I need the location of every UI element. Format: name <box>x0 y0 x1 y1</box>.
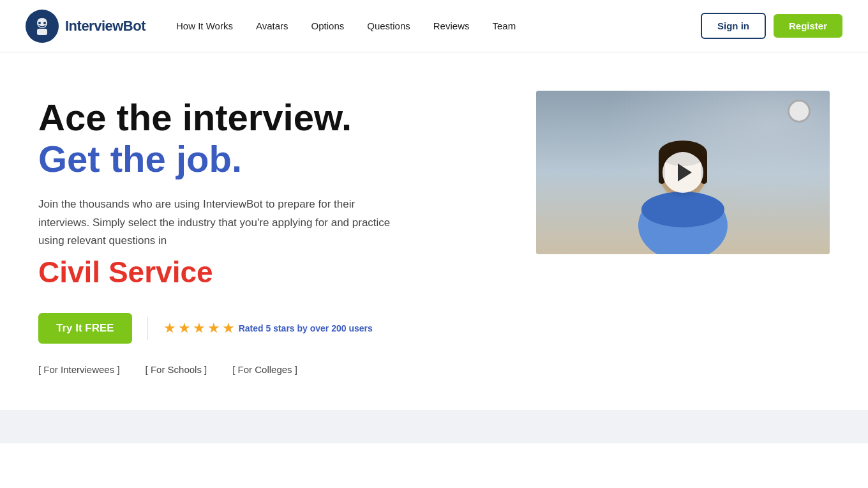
star-1: ★ <box>163 320 176 337</box>
svg-rect-1 <box>37 29 47 35</box>
bottom-band <box>0 410 868 443</box>
logo-text: InterviewBot <box>65 18 146 34</box>
svg-point-3 <box>43 22 46 24</box>
nav-item-team[interactable]: Team <box>492 20 516 32</box>
sign-in-button[interactable]: Sign in <box>701 13 766 39</box>
video-container[interactable] <box>536 91 830 254</box>
rating-prefix: Rated 5 stars <box>239 323 295 333</box>
nav-item-reviews[interactable]: Reviews <box>433 20 470 32</box>
nav-links: How It Works Avatars Options Questions R… <box>176 20 516 32</box>
hero-content: Ace the interview. Get the job. Join the… <box>38 91 408 375</box>
star-rating: ★ ★ ★ ★ ★ <box>163 320 235 337</box>
logo-area: InterviewBot <box>26 10 146 43</box>
nav-left: InterviewBot How It Works Avatars Option… <box>26 10 516 43</box>
svg-point-10 <box>641 192 724 227</box>
video-clock <box>788 100 811 123</box>
nav-link-how-it-works[interactable]: How It Works <box>176 20 233 31</box>
stars-area: ★ ★ ★ ★ ★ Rated 5 stars by over 200 user… <box>163 320 373 337</box>
nav-link-team[interactable]: Team <box>492 20 516 31</box>
try-it-free-button[interactable]: Try It FREE <box>38 313 132 344</box>
link-for-interviewees[interactable]: [ For Interviewees ] <box>38 364 120 375</box>
star-3: ★ <box>193 320 206 337</box>
footer-links-row: [ For Interviewees ] [ For Schools ] [ F… <box>38 364 408 375</box>
hero-description: Join the thousands who are using Intervi… <box>38 195 408 249</box>
svg-point-2 <box>38 22 41 24</box>
star-2: ★ <box>178 320 191 337</box>
hero-video <box>536 91 830 254</box>
nav-link-avatars[interactable]: Avatars <box>256 20 288 31</box>
register-button[interactable]: Register <box>774 14 842 38</box>
hero-description-text: Join the thousands who are using Intervi… <box>38 198 390 246</box>
link-for-colleges[interactable]: [ For Colleges ] <box>232 364 297 375</box>
hero-title-line1: Ace the interview. <box>38 97 408 138</box>
hero-industry: Civil Service <box>38 255 408 290</box>
nav-right: Sign in Register <box>701 13 842 39</box>
nav-link-options[interactable]: Options <box>311 20 345 31</box>
rating-middle: by over <box>295 323 332 333</box>
nav-item-how-it-works[interactable]: How It Works <box>176 20 233 32</box>
nav-item-questions[interactable]: Questions <box>367 20 410 32</box>
play-icon <box>678 164 692 181</box>
logo-icon <box>26 10 59 43</box>
nav-link-questions[interactable]: Questions <box>367 20 410 31</box>
navbar: InterviewBot How It Works Avatars Option… <box>0 0 868 52</box>
cta-row: Try It FREE ★ ★ ★ ★ ★ Rated 5 stars by o… <box>38 313 408 344</box>
rating-text: Rated 5 stars by over 200 users <box>239 323 373 333</box>
nav-link-reviews[interactable]: Reviews <box>433 20 470 31</box>
divider <box>147 317 148 340</box>
nav-item-avatars[interactable]: Avatars <box>256 20 288 32</box>
hero-section: Ace the interview. Get the job. Join the… <box>0 52 868 410</box>
hero-title-line2: Get the job. <box>38 138 408 181</box>
nav-item-options[interactable]: Options <box>311 20 345 32</box>
link-for-schools[interactable]: [ For Schools ] <box>146 364 207 375</box>
video-play-button[interactable] <box>662 152 703 193</box>
star-5: ★ <box>222 320 235 337</box>
star-4: ★ <box>207 320 220 337</box>
rating-count: 200 users <box>331 323 373 333</box>
